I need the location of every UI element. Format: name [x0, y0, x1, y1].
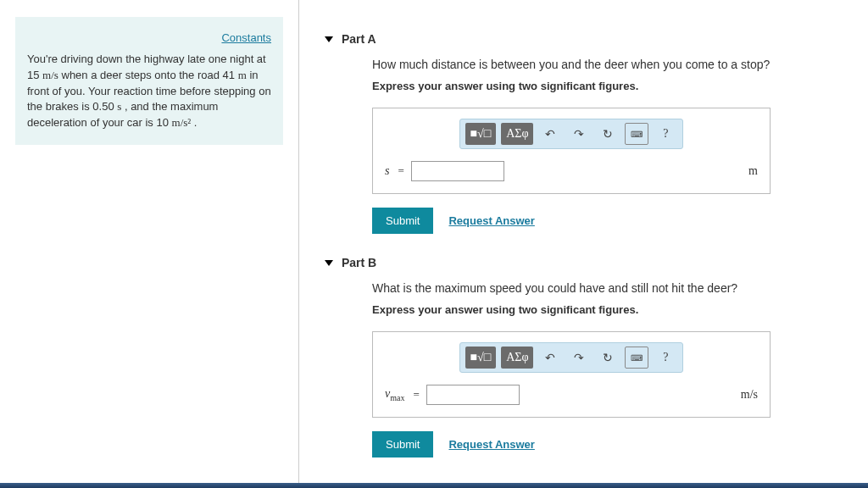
part-a-submit-row: Submit Request Answer	[372, 208, 843, 234]
part-b-label: Part B	[342, 256, 376, 269]
part-a-request-answer-link[interactable]: Request Answer	[448, 214, 534, 227]
greek-button[interactable]: ΑΣφ	[501, 347, 533, 369]
part-a-toolbar: ■√□ ΑΣφ ↶ ↷ ↻ ⌨ ?	[459, 119, 684, 149]
part-a-question: How much distance is between you and the…	[372, 58, 843, 71]
part-b-unit: m/s	[741, 388, 758, 402]
page-container: Constants You're driving down the highwa…	[0, 0, 868, 488]
keyboard-icon[interactable]: ⌨	[625, 123, 648, 145]
part-b-answer-input[interactable]	[426, 385, 520, 405]
redo-icon[interactable]: ↷	[567, 347, 591, 369]
right-column: Part A How much distance is between you …	[299, 0, 868, 488]
problem-info-box: Constants You're driving down the highwa…	[15, 17, 283, 145]
info-line5-post: .	[191, 116, 197, 129]
info-line2-mid: when a deer steps onto the road 41	[58, 69, 238, 81]
info-line2-post: in	[247, 69, 259, 81]
caret-down-icon	[325, 260, 333, 266]
undo-icon[interactable]: ↶	[538, 347, 562, 369]
part-b-variable: vmax	[385, 387, 404, 402]
part-a-unit: m	[748, 164, 758, 178]
info-unit-m: m	[238, 69, 247, 81]
part-b-body: What is the maximum speed you could have…	[325, 281, 843, 458]
help-icon[interactable]: ?	[654, 123, 677, 145]
part-b-answer-box: ■√□ ΑΣφ ↶ ↷ ↻ ⌨ ? vmax = m/s	[372, 331, 771, 418]
info-unit-ms2: m/s²	[172, 116, 192, 129]
equals-sign: =	[413, 388, 419, 402]
equals-sign: =	[398, 164, 403, 178]
info-line4-pre: the brakes is 0.50	[27, 100, 117, 113]
part-a-answer-input[interactable]	[411, 161, 504, 181]
undo-icon[interactable]: ↶	[538, 123, 562, 145]
left-column: Constants You're driving down the highwa…	[0, 0, 298, 488]
part-b-toolbar: ■√□ ΑΣφ ↶ ↷ ↻ ⌨ ?	[459, 342, 684, 373]
part-a-header[interactable]: Part A	[325, 32, 843, 46]
info-line4-post: , and the maximum	[121, 100, 218, 113]
keyboard-icon[interactable]: ⌨	[625, 347, 648, 369]
part-b-input-row: vmax = m/s	[385, 385, 758, 405]
info-line2-pre: 15	[27, 69, 42, 81]
part-b-request-answer-link[interactable]: Request Answer	[448, 438, 534, 451]
part-a-submit-button[interactable]: Submit	[372, 208, 433, 234]
format-button[interactable]: ■√□	[465, 123, 497, 145]
redo-icon[interactable]: ↷	[567, 123, 591, 145]
help-icon[interactable]: ?	[654, 347, 677, 369]
part-a-variable: s	[385, 164, 389, 178]
reset-icon[interactable]: ↻	[596, 123, 620, 145]
part-b-submit-row: Submit Request Answer	[372, 431, 843, 458]
part-b-submit-button[interactable]: Submit	[372, 431, 433, 458]
reset-icon[interactable]: ↻	[596, 347, 620, 369]
part-a-instruction: Express your answer using two significan…	[372, 80, 843, 92]
info-line1: You're driving down the highway late one…	[27, 53, 266, 65]
greek-button[interactable]: ΑΣφ	[501, 123, 533, 145]
format-button[interactable]: ■√□	[465, 347, 497, 369]
info-line3: front of you. Your reaction time before …	[27, 85, 271, 97]
part-a-body: How much distance is between you and the…	[325, 58, 843, 234]
part-b-header[interactable]: Part B	[325, 256, 843, 269]
part-a-label: Part A	[342, 32, 376, 46]
part-a-answer-box: ■√□ ΑΣφ ↶ ↷ ↻ ⌨ ? s = m	[372, 108, 771, 194]
part-a-input-row: s = m	[385, 161, 758, 181]
part-b-question: What is the maximum speed you could have…	[372, 281, 843, 295]
caret-down-icon	[325, 36, 333, 42]
os-taskbar[interactable]	[0, 483, 868, 488]
info-unit-ms: m/s	[42, 69, 58, 81]
constants-link[interactable]: Constants	[27, 30, 271, 47]
part-b-instruction: Express your answer using two significan…	[372, 303, 843, 316]
info-line5-pre: deceleration of your car is 10	[27, 116, 172, 129]
